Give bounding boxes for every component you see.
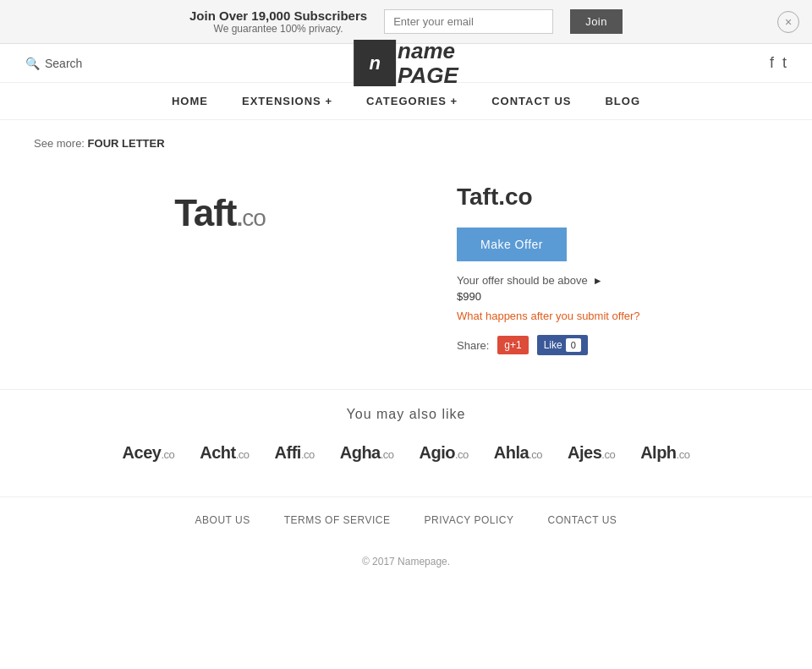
domain-card-ext: .co: [161, 448, 174, 461]
banner-text: Join Over 19,000 Subscribers We guarante…: [189, 8, 367, 35]
domain-card-ext: .co: [236, 448, 250, 461]
share-label: Share:: [457, 339, 489, 352]
breadcrumb-value[interactable]: FOUR LETTER: [88, 137, 165, 150]
also-like-section: You may also like Acey.coAcht.coAffi.coA…: [0, 389, 812, 496]
domain-card[interactable]: Alph.co: [640, 443, 689, 463]
twitter-icon[interactable]: t: [782, 54, 787, 72]
footer-terms[interactable]: TERMS OF SERVICE: [284, 514, 391, 526]
domain-card-name: Affi.co: [275, 443, 315, 462]
domain-card-name: Agio.co: [420, 443, 469, 462]
social-icons: f t: [770, 54, 787, 72]
domain-logo-area: Taft.co: [34, 175, 406, 234]
nav-categories[interactable]: CATEGORIES +: [366, 95, 458, 107]
google-plus-button[interactable]: g+1: [497, 336, 528, 354]
logo-page: PAGE: [398, 63, 458, 88]
domain-card-name: Ahla.co: [494, 443, 542, 462]
domain-logo-ext: co: [242, 205, 266, 231]
domain-card[interactable]: Acht.co: [200, 443, 249, 463]
domain-card-name: Alph.co: [640, 443, 689, 462]
domain-logo-word: Taft: [174, 192, 236, 233]
domain-card[interactable]: Agha.co: [340, 443, 394, 463]
domain-card[interactable]: Acey.co: [123, 443, 175, 463]
domain-info: Taft.co Make Offer Your offer should be …: [457, 175, 778, 355]
footer-links: ABOUT US TERMS OF SERVICE PRIVACY POLICY…: [0, 496, 812, 543]
domain-card-ext: .co: [381, 448, 394, 461]
make-offer-button[interactable]: Make Offer: [457, 228, 567, 261]
banner-headline: Join Over 19,000 Subscribers: [189, 8, 367, 23]
breadcrumb-prefix: See more:: [34, 137, 85, 150]
domain-logo-image: Taft.co: [174, 192, 266, 234]
search-icon: 🔍: [25, 57, 40, 70]
domain-card[interactable]: Agio.co: [420, 443, 469, 463]
domain-card-ext: .co: [455, 448, 469, 461]
logo-icon: n: [354, 40, 396, 86]
offer-hint: Your offer should be above ►: [457, 274, 778, 287]
share-row: Share: g+1 Like 0: [457, 335, 778, 355]
banner-subline: We guarantee 100% privacy.: [189, 23, 367, 35]
domain-card-name: Acht.co: [200, 443, 249, 462]
also-like-grid: Acey.coAcht.coAffi.coAgha.coAgio.coAhla.…: [34, 443, 778, 463]
logo-link[interactable]: n name PAGE: [354, 39, 458, 87]
footer-privacy[interactable]: PRIVACY POLICY: [425, 514, 514, 526]
domain-logo-name: Taft.co: [174, 192, 266, 233]
main-content: Taft.co Taft.co Make Offer Your offer sh…: [0, 167, 812, 389]
close-button[interactable]: ×: [777, 11, 799, 33]
domain-card-name: Acey.co: [123, 443, 175, 462]
fb-count: 0: [566, 338, 581, 352]
nav-extensions[interactable]: EXTENSIONS +: [242, 95, 332, 107]
join-button[interactable]: Join: [570, 9, 623, 34]
domain-card[interactable]: Ajes.co: [568, 443, 615, 463]
domain-card-ext: .co: [301, 448, 315, 461]
domain-card-name: Ajes.co: [568, 443, 615, 462]
offer-arrow-icon: ►: [593, 275, 603, 287]
breadcrumb: See more: FOUR LETTER: [0, 120, 812, 167]
domain-card[interactable]: Ahla.co: [494, 443, 542, 463]
facebook-like-button[interactable]: Like 0: [537, 335, 588, 355]
logo-area: n name PAGE: [354, 39, 458, 87]
search-label: Search: [45, 57, 82, 70]
domain-card-ext: .co: [601, 448, 615, 461]
domain-card[interactable]: Affi.co: [275, 443, 315, 463]
logo-text: name PAGE: [398, 39, 458, 87]
domain-card-name: Agha.co: [340, 443, 394, 462]
logo-name: name: [398, 39, 458, 63]
nav-blog[interactable]: BLOG: [605, 95, 640, 107]
facebook-icon[interactable]: f: [770, 54, 774, 72]
footer-bottom: © 2017 Namepage.: [0, 543, 812, 580]
copyright: © 2017 Namepage.: [362, 556, 450, 568]
domain-card-ext: .co: [677, 448, 690, 461]
also-like-title: You may also like: [34, 407, 778, 422]
offer-price: $990: [457, 290, 778, 303]
domain-title: Taft.co: [457, 184, 778, 211]
nav-home[interactable]: HOME: [172, 95, 208, 107]
nav-contact[interactable]: CONTACT US: [491, 95, 571, 107]
main-nav: HOME EXTENSIONS + CATEGORIES + CONTACT U…: [0, 83, 812, 120]
header: 🔍 Search n name PAGE f t: [0, 44, 812, 83]
fb-like-label: Like: [544, 339, 562, 351]
domain-card-ext: .co: [529, 448, 542, 461]
email-input[interactable]: [384, 9, 553, 34]
footer-about[interactable]: ABOUT US: [195, 514, 250, 526]
search-area[interactable]: 🔍 Search: [25, 57, 82, 70]
offer-link[interactable]: What happens after you submit offer?: [457, 310, 778, 322]
footer-contact[interactable]: CONTACT US: [547, 514, 617, 526]
